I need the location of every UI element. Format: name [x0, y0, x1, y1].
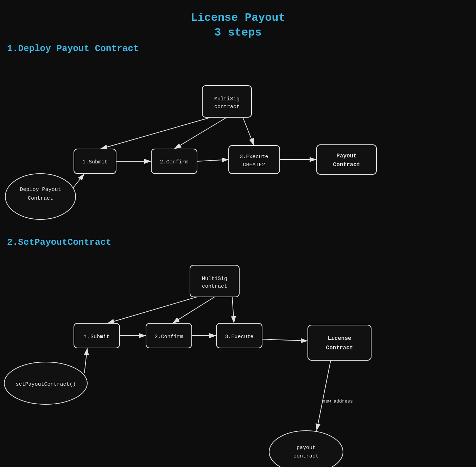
- payout-text-1b: Contract: [333, 162, 360, 168]
- section-1-label: 1.Deploy Payout Contract: [0, 43, 476, 54]
- section-2: 2.SetPayoutContract MultiSig contract 1.…: [0, 237, 476, 467]
- diagram-1: MultiSig contract 1.Submit 2.Confirm 3.E…: [0, 57, 476, 230]
- arrow-ms-confirm-1: [174, 117, 227, 149]
- arrow-ms2-confirm: [172, 297, 215, 323]
- arrow-set-submit2: [84, 348, 87, 373]
- arrow-confirm-execute-1: [197, 160, 229, 161]
- execute-text-1b: CREATE2: [243, 162, 265, 168]
- multisig-text-1b: contract: [214, 104, 240, 110]
- submit-text-1: 1.Submit: [82, 159, 108, 165]
- arrow-ms-submit-1: [100, 117, 211, 149]
- deploy-text-b: Contract: [28, 195, 53, 201]
- arrow-license-payout-small: [317, 360, 331, 431]
- arrow-execute2-license: [262, 339, 308, 341]
- diagram-2: MultiSig contract 1.Submit 2.Confirm 3.E…: [0, 251, 476, 467]
- multisig-text-2b: contract: [202, 284, 227, 289]
- page-title: License Payout 3 steps: [0, 0, 476, 40]
- arrow-ms2-submit: [107, 297, 197, 323]
- multisig-text-2a: MultiSig: [202, 276, 227, 282]
- payout-small-text-b: contract: [293, 453, 319, 459]
- payout-text-1a: Payout: [336, 153, 357, 159]
- payout-box-1: [317, 145, 376, 174]
- section-1: 1.Deploy Payout Contract MultiSig contra…: [0, 43, 476, 230]
- confirm-text-1: 2.Confirm: [160, 159, 188, 165]
- deploy-text-a: Deploy Payout: [20, 187, 61, 193]
- arrow-ms-execute-1: [243, 117, 254, 145]
- submit-text-2: 1.Submit: [84, 334, 109, 340]
- arrow-ms2-execute: [232, 297, 234, 323]
- arrow-deploy-submit-1: [73, 174, 84, 188]
- license-box: [308, 325, 371, 360]
- execute-text-1a: 3.Execute: [240, 154, 268, 160]
- license-text-b: Contract: [326, 345, 353, 351]
- confirm-text-2: 2.Confirm: [154, 334, 183, 340]
- section-2-label: 2.SetPayoutContract: [0, 237, 476, 248]
- set-payout-text: setPayoutContract(): [15, 381, 76, 387]
- new-address-label: new address: [323, 399, 353, 404]
- license-text-a: License: [328, 335, 351, 342]
- multisig-text-1: MultiSig: [214, 96, 240, 102]
- execute-text-2: 3.Execute: [225, 334, 253, 340]
- payout-small-text-a: payout: [297, 445, 316, 451]
